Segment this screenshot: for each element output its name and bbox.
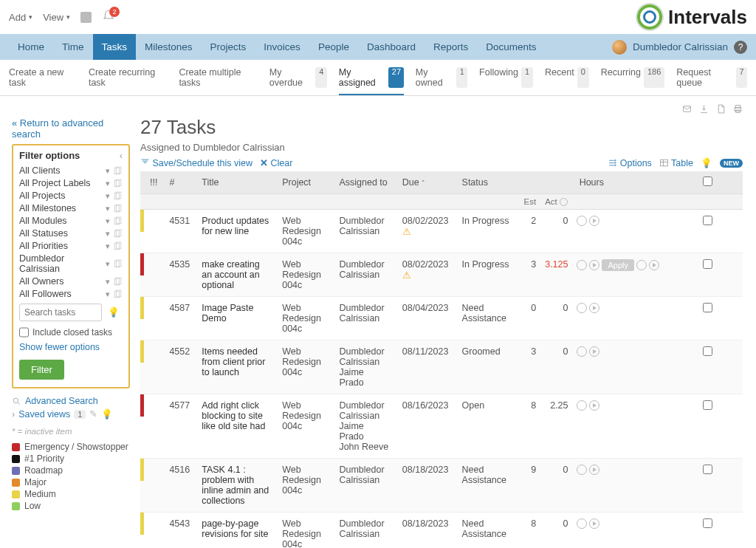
clear-link[interactable]: ✕ Clear [260, 157, 292, 168]
filter-row[interactable]: All Projects▾ [19, 191, 123, 201]
col-assigned[interactable]: Assigned to [333, 171, 396, 194]
col-due[interactable]: Due ˄ [396, 171, 456, 194]
include-closed-checkbox[interactable]: Include closed tasks [19, 327, 123, 338]
col-est[interactable]: Est [518, 194, 540, 210]
bulb-icon[interactable]: 💡 [105, 304, 123, 321]
subnav-item[interactable]: Create multiple tasks [179, 60, 257, 95]
row-checkbox[interactable] [703, 259, 712, 269]
col-title[interactable]: Title [196, 171, 276, 194]
collapse-icon[interactable]: ‹ [120, 150, 123, 161]
clock-icon[interactable] [577, 216, 587, 226]
play-icon[interactable] [589, 346, 599, 357]
nav-documents[interactable]: Documents [477, 34, 545, 60]
clock-icon [560, 198, 568, 206]
help-icon[interactable]: ? [734, 41, 747, 54]
subnav-item[interactable]: Following1 [479, 60, 533, 95]
col-num[interactable]: # [163, 171, 196, 194]
filter-row[interactable]: All Priorities▾ [19, 241, 123, 251]
table-view-link[interactable]: Table [659, 158, 693, 168]
nav-people[interactable]: People [309, 34, 358, 60]
svg-point-27 [615, 164, 616, 165]
nav-tasks[interactable]: Tasks [93, 34, 137, 60]
filter-button[interactable]: Filter [19, 360, 64, 380]
clock-icon[interactable] [577, 346, 587, 357]
options-link[interactable]: Options [608, 158, 652, 168]
clock-icon[interactable] [636, 260, 647, 270]
print-icon[interactable] [733, 102, 743, 114]
play-icon[interactable] [589, 216, 599, 226]
export-icon[interactable] [716, 102, 726, 114]
play-icon[interactable] [589, 260, 599, 270]
col-act[interactable]: Act [545, 197, 557, 206]
table-row[interactable]: 4552Items needed from client prior to la… [140, 340, 743, 394]
search-input[interactable] [19, 304, 102, 321]
avatar[interactable] [612, 40, 627, 55]
play-icon[interactable] [649, 260, 659, 270]
subnav-item[interactable]: Create recurring task [89, 60, 167, 95]
clock-icon[interactable] [577, 400, 587, 411]
save-view-link[interactable]: Save/Schedule this view [140, 158, 252, 168]
col-project[interactable]: Project [276, 171, 333, 194]
filter-row[interactable]: All Owners▾ [19, 276, 123, 287]
row-checkbox[interactable] [703, 216, 712, 225]
saved-views-link[interactable]: › Saved views 1 ✎ 💡 [12, 408, 130, 419]
subnav-item[interactable]: Recurring186 [601, 60, 665, 95]
notes-icon[interactable] [80, 12, 92, 23]
nav-projects[interactable]: Projects [202, 34, 255, 60]
filter-row[interactable]: All Modules▾ [19, 216, 123, 226]
nav-invoices[interactable]: Invoices [255, 34, 309, 60]
clock-icon[interactable] [577, 303, 587, 313]
play-icon[interactable] [589, 303, 599, 313]
filter-row[interactable]: All Project Labels▾ [19, 178, 123, 188]
row-checkbox[interactable] [703, 400, 712, 410]
nav-milestones[interactable]: Milestones [136, 34, 202, 60]
clock-icon[interactable] [577, 260, 587, 270]
filter-row[interactable]: All Clients▾ [19, 165, 123, 176]
pencil-icon[interactable]: ✎ [89, 408, 97, 419]
download-icon[interactable] [699, 102, 709, 114]
filter-row[interactable]: Dumbledor Calrissian▾ [19, 253, 123, 274]
subnav-item[interactable]: Create a new task [9, 60, 77, 95]
row-checkbox[interactable] [703, 465, 712, 474]
apply-button[interactable]: Apply [602, 259, 634, 271]
subnav-item[interactable]: My owned1 [416, 60, 467, 95]
table-row[interactable]: 4531Product updates for new lineWeb Rede… [140, 210, 743, 253]
table-row[interactable]: 4535make creating an account an optional… [140, 253, 743, 297]
bulb-icon[interactable]: 💡 [101, 408, 113, 419]
svg-rect-28 [660, 160, 667, 166]
row-checkbox[interactable] [703, 518, 712, 528]
play-icon[interactable] [589, 518, 599, 529]
back-to-search[interactable]: « Return to advanced search [12, 117, 130, 140]
filter-row[interactable]: All Statuses▾ [19, 228, 123, 239]
show-fewer-link[interactable]: Show fewer options [19, 342, 100, 352]
nav-time[interactable]: Time [53, 34, 93, 60]
table-row[interactable]: 4587Image Paste DemoWeb Redesign 004cDum… [140, 297, 743, 340]
user-name[interactable]: Dumbledor Calrissian [633, 41, 728, 52]
filter-row[interactable]: All Milestones▾ [19, 203, 123, 213]
row-checkbox[interactable] [703, 346, 712, 356]
subnav-item[interactable]: Request queue7 [676, 60, 747, 95]
filter-row[interactable]: All Followers▾ [19, 289, 123, 299]
nav-reports[interactable]: Reports [425, 34, 477, 60]
bulb-icon[interactable]: 💡 [701, 157, 712, 168]
table-row[interactable]: 4577Add right click blocking to site lik… [140, 394, 743, 459]
clock-icon[interactable] [577, 518, 587, 529]
topbar-add[interactable]: Add▾ [9, 12, 32, 23]
subnav-item[interactable]: My overdue4 [269, 60, 327, 95]
play-icon[interactable] [589, 400, 599, 411]
row-checkbox[interactable] [703, 303, 712, 312]
table-row[interactable]: 4516TASK 4.1 : problem with inline admin… [140, 459, 743, 513]
subnav-item[interactable]: Recent0 [545, 60, 589, 95]
clock-icon[interactable] [577, 465, 587, 475]
topbar-view[interactable]: View▾ [43, 12, 70, 23]
play-icon[interactable] [589, 465, 599, 475]
subnav-item[interactable]: My assigned27 [339, 60, 404, 95]
nav-home[interactable]: Home [9, 34, 53, 60]
mail-icon[interactable] [682, 102, 692, 114]
col-status[interactable]: Status [456, 171, 518, 194]
bell-icon[interactable]: 2 [102, 10, 115, 25]
select-all-checkbox[interactable] [703, 177, 712, 186]
table-row[interactable]: 4543page-by-page revisions for siteWeb R… [140, 513, 743, 548]
nav-dashboard[interactable]: Dashboard [358, 34, 425, 60]
advanced-search-link[interactable]: Advanced Search [12, 396, 130, 406]
